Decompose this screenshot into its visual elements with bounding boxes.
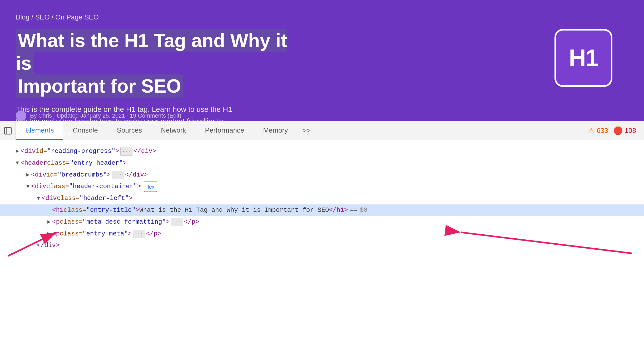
error-badge: 🛑 108 (613, 126, 636, 135)
h1-badge-text: H1 (569, 44, 598, 72)
expand-arrow: ▶ (16, 147, 19, 156)
warning-badge: ⚠ 633 (588, 126, 608, 135)
dom-line-close-div: </div> (0, 240, 644, 252)
dom-line-entry-meta[interactable]: ▶ <p class="entry-meta"> ··· </p> (0, 228, 644, 240)
page-title: What is the H1 Tag and Why it is Importa… (16, 29, 305, 97)
author-text: By Chris · Updated January 25, 2021 · 19… (30, 112, 181, 119)
warning-count: 633 (597, 127, 608, 135)
page-description: This is the complete guide on the H1 tag… (16, 104, 245, 139)
dom-line-header-left[interactable]: ▼ <div class="header-left"> (0, 193, 644, 204)
dom-line-header[interactable]: ▼ <header class="entry-header"> (0, 157, 644, 169)
equals-sign: == (350, 205, 358, 216)
expand-arrow: ▶ (26, 170, 29, 179)
dom-line-reading-progress[interactable]: ▶ <div id="reading-progress"> ··· </div> (0, 145, 644, 157)
breadcrumb: Blog / SEO / On Page SEO (16, 13, 628, 21)
author-strip: By Chris · Updated January 25, 2021 · 19… (16, 110, 181, 121)
ellipsis: ··· (133, 230, 145, 238)
sidebar-toggle-button[interactable] (0, 121, 16, 140)
website-preview: Blog / SEO / On Page SEO What is the H1 … (0, 0, 644, 121)
dom-line-breadcrumbs[interactable]: ▶ <div id="breadcrumbs"> ··· </div> (0, 169, 644, 181)
expand-arrow: ▶ (47, 218, 51, 227)
expand-arrow: ▼ (16, 159, 19, 168)
dom-line-header-container[interactable]: ▼ <div class="header-container"> flex (0, 181, 644, 193)
author-avatar (16, 110, 26, 121)
page-title-line1: What is the H1 Tag and Why it is (16, 29, 287, 75)
error-icon: 🛑 (613, 126, 623, 135)
expand-arrow: ▼ (26, 182, 29, 191)
flex-badge: flex (144, 182, 157, 192)
expand-arrow: ▶ (47, 229, 51, 238)
dom-tree: ▶ <div id="reading-progress"> ··· </div>… (0, 140, 644, 352)
page-title-container: What is the H1 Tag and Why it is Importa… (16, 29, 305, 139)
devtools-right-controls: ⚠ 633 🛑 108 (580, 121, 644, 140)
ellipsis: ··· (120, 147, 132, 156)
expand-arrow (47, 206, 51, 215)
ellipsis: ··· (171, 218, 183, 227)
ellipsis: ··· (112, 171, 124, 179)
warning-icon: ⚠ (588, 126, 595, 135)
expand-arrow: ▼ (37, 194, 40, 203)
dom-line-h1[interactable]: <h1 class="entry-title">What is the H1 T… (0, 204, 644, 216)
dollar-zero: $0 (360, 205, 367, 216)
devtools-panel: Elements Console Sources Network Perform… (0, 121, 644, 352)
dom-line-meta-desc[interactable]: ▶ <p class="meta-desc-formatting"> ··· <… (0, 216, 644, 228)
h1-badge: H1 (554, 29, 612, 87)
page-title-line2: Important for SEO (16, 74, 183, 98)
svg-rect-0 (4, 127, 11, 134)
error-count: 108 (625, 127, 636, 135)
